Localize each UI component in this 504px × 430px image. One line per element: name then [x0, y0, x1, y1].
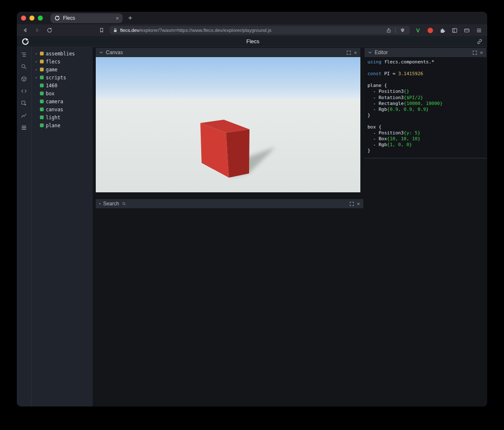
entity-label: plane — [46, 123, 60, 128]
canvas-3d-viewport[interactable] — [96, 57, 360, 192]
code-line: box { — [368, 124, 486, 130]
url-bar[interactable]: flecs.dev/explorer/?wasm=https://www.fle… — [110, 26, 410, 34]
forward-button[interactable] — [33, 26, 42, 34]
inspector-button[interactable] — [18, 99, 29, 108]
entity-label: light — [46, 115, 60, 121]
browser-tab[interactable]: Flecs × — [50, 13, 123, 23]
browser-window: Flecs × + — [17, 12, 487, 406]
expand-arrow-icon[interactable]: › — [34, 59, 38, 64]
entity-label: scripts — [46, 75, 66, 81]
code-line: - Rgb{1, 0, 0} — [368, 142, 486, 148]
tab-close-icon[interactable]: × — [116, 16, 119, 21]
canvas-panel-header: Canvas × — [96, 48, 360, 57]
code-line: const PI = 3.1415926 — [368, 71, 486, 77]
extension-red-button[interactable] — [426, 26, 434, 34]
code-line: plane { — [368, 83, 486, 89]
reload-icon — [47, 27, 52, 33]
tables-button[interactable] — [18, 123, 29, 132]
expand-arrow-icon[interactable]: › — [34, 75, 38, 80]
code-line: - Position3{y: 5} — [368, 130, 486, 136]
code-icon — [21, 88, 27, 94]
stats-button[interactable] — [18, 111, 29, 120]
bookmark-button[interactable] — [97, 26, 106, 34]
collapsed-dot-icon[interactable]: • — [99, 202, 101, 206]
entity-color-icon — [40, 76, 44, 79]
search-panel-header: • Search × — [96, 199, 363, 208]
extensions-button[interactable] — [438, 26, 446, 34]
chevron-down-icon[interactable] — [99, 50, 103, 55]
tab-strip: Flecs × + — [17, 12, 487, 24]
wallet-button[interactable] — [462, 26, 471, 34]
reload-button[interactable] — [45, 26, 54, 34]
tree-item-light[interactable]: light — [32, 113, 93, 121]
cube-side-face — [226, 129, 249, 178]
zoom-window-button[interactable] — [38, 16, 43, 21]
close-panel-icon[interactable]: × — [354, 50, 357, 55]
canvas-panel: Canvas × — [96, 48, 360, 192]
inspector-icon — [21, 100, 27, 107]
queries-button[interactable] — [18, 75, 29, 83]
code-line: - Position3{} — [368, 89, 486, 94]
search-button[interactable] — [18, 63, 29, 71]
tree-item-flecs[interactable]: ›flecs — [32, 58, 93, 66]
tree-item-plane[interactable]: plane — [32, 121, 93, 129]
flecs-favicon-icon — [54, 15, 60, 21]
search-icon — [21, 63, 27, 70]
minimize-window-button[interactable] — [29, 16, 34, 21]
code-editor[interactable]: using flecs.components.* const PI = 3.14… — [365, 57, 486, 158]
fullscreen-icon[interactable] — [472, 50, 477, 55]
code-line — [368, 77, 486, 83]
fullscreen-icon[interactable] — [346, 50, 351, 55]
entity-label: game — [46, 67, 58, 73]
expand-arrow-icon[interactable]: › — [34, 51, 38, 56]
tree-item-assemblies[interactable]: ›assemblies — [32, 50, 93, 58]
fullscreen-icon[interactable] — [349, 202, 354, 206]
code-line — [368, 65, 486, 71]
menu-button[interactable] — [475, 26, 483, 34]
entity-label: canvas — [46, 107, 63, 113]
canvas-panel-title: Canvas — [106, 50, 123, 55]
url-domain: flecs.dev — [120, 28, 139, 33]
entity-tree-icon — [21, 51, 27, 58]
icon-strip — [17, 47, 32, 406]
entity-color-icon — [40, 52, 44, 55]
code-button[interactable] — [18, 87, 29, 95]
url-text: flecs.dev/explorer/?wasm=https://www.fle… — [120, 28, 271, 33]
entity-label: box — [46, 91, 55, 97]
close-panel-icon[interactable]: × — [480, 50, 483, 55]
new-tab-button[interactable]: + — [126, 14, 134, 22]
tree-item-scripts[interactable]: ›scripts — [32, 73, 93, 81]
code-line: - Rectangle{10000, 10000} — [368, 101, 486, 107]
traffic-lights — [21, 16, 43, 21]
sidebar-icon — [452, 27, 458, 34]
entity-color-icon — [40, 92, 44, 95]
code-line — [368, 118, 486, 124]
search-panel-title: Search — [103, 201, 119, 207]
extension-v-button[interactable]: V — [414, 26, 422, 34]
share-button[interactable] — [384, 26, 393, 34]
entity-tree-panel: ›assemblies›flecs›game›scripts1460boxcam… — [32, 47, 93, 406]
close-panel-icon[interactable]: × — [357, 201, 360, 207]
expand-arrow-icon[interactable]: › — [34, 67, 38, 72]
queries-icon — [21, 76, 27, 82]
tree-item-canvas[interactable]: canvas — [32, 105, 93, 113]
editor-panel-header: Editor × — [365, 48, 486, 57]
link-icon[interactable] — [476, 38, 483, 45]
tree-item-camera[interactable]: camera — [32, 97, 93, 105]
entity-tree-button[interactable] — [18, 50, 29, 59]
share-icon — [386, 28, 391, 33]
sidebar-toggle-button[interactable] — [450, 26, 459, 34]
tree-item-1460[interactable]: 1460 — [32, 81, 93, 89]
entity-label: assemblies — [46, 51, 75, 57]
tree-item-game[interactable]: ›game — [32, 66, 93, 73]
code-line: using flecs.components.* — [368, 59, 486, 65]
hamburger-icon — [476, 27, 482, 34]
close-window-button[interactable] — [21, 16, 26, 21]
shields-button[interactable] — [398, 26, 407, 34]
entity-color-icon — [40, 108, 44, 111]
search-panel: • Search × — [96, 199, 363, 208]
tree-item-box[interactable]: box — [32, 89, 93, 97]
chevron-down-icon[interactable] — [368, 50, 372, 55]
back-button[interactable] — [21, 26, 29, 34]
tab-title: Flecs — [63, 15, 113, 21]
